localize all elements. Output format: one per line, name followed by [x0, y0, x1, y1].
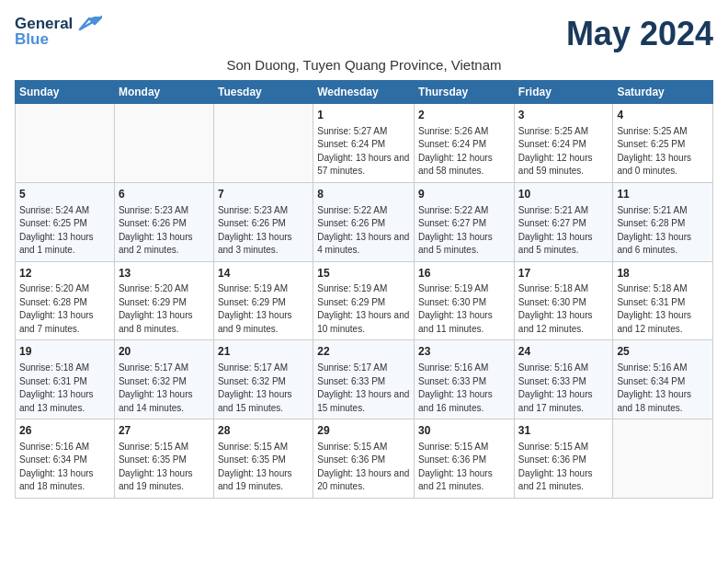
day-info: Sunrise: 5:16 AM Sunset: 6:34 PM Dayligh…	[617, 362, 709, 415]
day-info: Sunrise: 5:17 AM Sunset: 6:32 PM Dayligh…	[119, 362, 210, 415]
calendar-day-5: 5Sunrise: 5:24 AM Sunset: 6:25 PM Daylig…	[16, 182, 115, 261]
day-number: 21	[218, 344, 309, 360]
day-number: 15	[317, 266, 410, 282]
day-number: 4	[617, 108, 709, 123]
day-number: 26	[19, 423, 110, 439]
weekday-header-thursday: Thursday	[415, 81, 515, 104]
day-info: Sunrise: 5:22 AM Sunset: 6:27 PM Dayligh…	[418, 204, 510, 258]
calendar-week-row: 5Sunrise: 5:24 AM Sunset: 6:25 PM Daylig…	[16, 182, 713, 261]
calendar-day-11: 11Sunrise: 5:21 AM Sunset: 6:28 PM Dayli…	[613, 182, 713, 261]
weekday-header-monday: Monday	[114, 81, 213, 104]
day-info: Sunrise: 5:17 AM Sunset: 6:33 PM Dayligh…	[317, 362, 410, 415]
day-number: 20	[119, 344, 210, 360]
calendar-day-2: 2Sunrise: 5:26 AM Sunset: 6:24 PM Daylig…	[415, 104, 515, 183]
calendar-day-20: 20Sunrise: 5:17 AM Sunset: 6:32 PM Dayli…	[114, 340, 213, 419]
calendar-day-6: 6Sunrise: 5:23 AM Sunset: 6:26 PM Daylig…	[114, 182, 213, 261]
day-number: 25	[617, 344, 709, 360]
day-info: Sunrise: 5:18 AM Sunset: 6:31 PM Dayligh…	[617, 282, 709, 336]
day-info: Sunrise: 5:16 AM Sunset: 6:33 PM Dayligh…	[418, 362, 510, 415]
weekday-header-wednesday: Wednesday	[313, 81, 415, 104]
calendar-day-31: 31Sunrise: 5:15 AM Sunset: 6:36 PM Dayli…	[514, 419, 613, 499]
weekday-header-friday: Friday	[514, 81, 613, 104]
calendar-empty-cell	[213, 104, 313, 183]
weekday-header-tuesday: Tuesday	[213, 81, 313, 104]
calendar-day-26: 26Sunrise: 5:16 AM Sunset: 6:34 PM Dayli…	[16, 419, 115, 499]
day-number: 14	[218, 266, 309, 282]
day-info: Sunrise: 5:15 AM Sunset: 6:36 PM Dayligh…	[518, 441, 609, 494]
day-number: 8	[317, 187, 410, 202]
calendar-day-25: 25Sunrise: 5:16 AM Sunset: 6:34 PM Dayli…	[613, 340, 713, 419]
calendar-day-16: 16Sunrise: 5:19 AM Sunset: 6:30 PM Dayli…	[415, 261, 515, 340]
calendar-day-30: 30Sunrise: 5:15 AM Sunset: 6:36 PM Dayli…	[415, 419, 515, 499]
weekday-header-saturday: Saturday	[613, 81, 713, 104]
day-info: Sunrise: 5:15 AM Sunset: 6:36 PM Dayligh…	[317, 441, 410, 494]
day-number: 24	[518, 344, 609, 360]
day-info: Sunrise: 5:21 AM Sunset: 6:28 PM Dayligh…	[617, 204, 709, 258]
day-number: 28	[218, 423, 309, 439]
calendar-day-13: 13Sunrise: 5:20 AM Sunset: 6:29 PM Dayli…	[114, 261, 213, 340]
day-number: 3	[518, 108, 609, 123]
page-header: General Blue May 2024	[15, 15, 713, 53]
day-info: Sunrise: 5:15 AM Sunset: 6:36 PM Dayligh…	[418, 441, 510, 494]
day-number: 7	[218, 187, 309, 202]
calendar-empty-cell	[613, 419, 713, 499]
day-number: 9	[418, 187, 510, 202]
day-number: 18	[617, 266, 709, 282]
day-info: Sunrise: 5:15 AM Sunset: 6:35 PM Dayligh…	[218, 441, 309, 494]
day-info: Sunrise: 5:19 AM Sunset: 6:29 PM Dayligh…	[317, 282, 410, 336]
calendar-day-29: 29Sunrise: 5:15 AM Sunset: 6:36 PM Dayli…	[313, 419, 415, 499]
day-number: 19	[19, 344, 110, 360]
day-info: Sunrise: 5:20 AM Sunset: 6:28 PM Dayligh…	[19, 282, 110, 336]
day-number: 30	[418, 423, 510, 439]
month-title: May 2024	[566, 15, 713, 53]
calendar-day-7: 7Sunrise: 5:23 AM Sunset: 6:26 PM Daylig…	[213, 182, 313, 261]
calendar-day-15: 15Sunrise: 5:19 AM Sunset: 6:29 PM Dayli…	[313, 261, 415, 340]
day-info: Sunrise: 5:15 AM Sunset: 6:35 PM Dayligh…	[119, 441, 210, 494]
day-info: Sunrise: 5:23 AM Sunset: 6:26 PM Dayligh…	[119, 204, 210, 258]
day-number: 1	[317, 108, 410, 123]
day-info: Sunrise: 5:20 AM Sunset: 6:29 PM Dayligh…	[119, 282, 210, 336]
day-info: Sunrise: 5:18 AM Sunset: 6:31 PM Dayligh…	[19, 362, 110, 415]
calendar-header-row: SundayMondayTuesdayWednesdayThursdayFrid…	[16, 81, 713, 104]
calendar-day-21: 21Sunrise: 5:17 AM Sunset: 6:32 PM Dayli…	[213, 340, 313, 419]
calendar-day-23: 23Sunrise: 5:16 AM Sunset: 6:33 PM Dayli…	[415, 340, 515, 419]
logo-bird-icon	[76, 15, 102, 33]
day-info: Sunrise: 5:17 AM Sunset: 6:32 PM Dayligh…	[218, 362, 309, 415]
day-info: Sunrise: 5:23 AM Sunset: 6:26 PM Dayligh…	[218, 204, 309, 258]
day-info: Sunrise: 5:19 AM Sunset: 6:29 PM Dayligh…	[218, 282, 309, 336]
day-info: Sunrise: 5:19 AM Sunset: 6:30 PM Dayligh…	[418, 282, 510, 336]
day-number: 17	[518, 266, 609, 282]
day-info: Sunrise: 5:24 AM Sunset: 6:25 PM Dayligh…	[19, 204, 110, 258]
weekday-header-sunday: Sunday	[16, 81, 115, 104]
calendar-day-18: 18Sunrise: 5:18 AM Sunset: 6:31 PM Dayli…	[613, 261, 713, 340]
day-number: 23	[418, 344, 510, 360]
day-number: 29	[317, 423, 410, 439]
day-info: Sunrise: 5:26 AM Sunset: 6:24 PM Dayligh…	[418, 125, 510, 178]
calendar-body: 1Sunrise: 5:27 AM Sunset: 6:24 PM Daylig…	[16, 104, 713, 499]
calendar-empty-cell	[16, 104, 115, 183]
day-info: Sunrise: 5:18 AM Sunset: 6:30 PM Dayligh…	[518, 282, 609, 336]
day-info: Sunrise: 5:22 AM Sunset: 6:26 PM Dayligh…	[317, 204, 410, 258]
calendar-week-row: 12Sunrise: 5:20 AM Sunset: 6:28 PM Dayli…	[16, 261, 713, 340]
day-number: 27	[119, 423, 210, 439]
logo-general: General	[15, 15, 73, 32]
day-number: 6	[119, 187, 210, 202]
day-number: 5	[19, 187, 110, 202]
calendar-week-row: 19Sunrise: 5:18 AM Sunset: 6:31 PM Dayli…	[16, 340, 713, 419]
day-info: Sunrise: 5:21 AM Sunset: 6:27 PM Dayligh…	[518, 204, 609, 258]
day-number: 2	[418, 108, 510, 123]
calendar-day-10: 10Sunrise: 5:21 AM Sunset: 6:27 PM Dayli…	[514, 182, 613, 261]
calendar-day-4: 4Sunrise: 5:25 AM Sunset: 6:25 PM Daylig…	[613, 104, 713, 183]
calendar-table: SundayMondayTuesdayWednesdayThursdayFrid…	[15, 80, 713, 499]
calendar-day-12: 12Sunrise: 5:20 AM Sunset: 6:28 PM Dayli…	[16, 261, 115, 340]
calendar-day-1: 1Sunrise: 5:27 AM Sunset: 6:24 PM Daylig…	[313, 104, 415, 183]
day-number: 12	[19, 266, 110, 282]
day-number: 31	[518, 423, 609, 439]
calendar-day-27: 27Sunrise: 5:15 AM Sunset: 6:35 PM Dayli…	[114, 419, 213, 499]
day-number: 22	[317, 344, 410, 360]
calendar-day-14: 14Sunrise: 5:19 AM Sunset: 6:29 PM Dayli…	[213, 261, 313, 340]
day-info: Sunrise: 5:25 AM Sunset: 6:24 PM Dayligh…	[518, 125, 609, 178]
day-info: Sunrise: 5:16 AM Sunset: 6:33 PM Dayligh…	[518, 362, 609, 415]
day-number: 16	[418, 266, 510, 282]
calendar-day-3: 3Sunrise: 5:25 AM Sunset: 6:24 PM Daylig…	[514, 104, 613, 183]
